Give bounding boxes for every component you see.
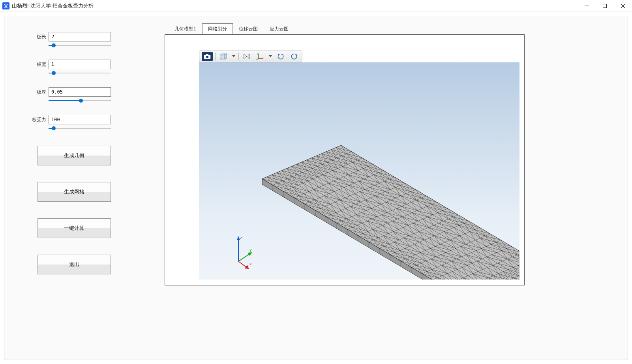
- generate-mesh-button[interactable]: 生成网格: [38, 182, 111, 202]
- rotate-cw-icon[interactable]: [289, 52, 300, 61]
- svg-rect-6: [206, 54, 208, 55]
- app-icon: [2, 2, 9, 9]
- exit-button[interactable]: 退出: [38, 255, 111, 274]
- svg-marker-954: [248, 252, 252, 256]
- param-length-input[interactable]: [49, 32, 111, 41]
- orientation-triad: z y x: [231, 234, 258, 269]
- param-width: 板宽: [32, 60, 123, 74]
- boundingbox-icon[interactable]: [218, 52, 229, 61]
- minimize-button[interactable]: [578, 0, 596, 12]
- triad-z-label: z: [240, 235, 242, 240]
- svg-text:y: y: [257, 53, 259, 55]
- maximize-button[interactable]: [596, 0, 614, 12]
- parameter-panel: 板长 板宽 板厚: [32, 32, 123, 291]
- viewer-toolbar: yx: [199, 51, 302, 62]
- mesh-canvas[interactable]: z y x: [199, 62, 519, 280]
- triad-x-label: x: [249, 261, 252, 266]
- param-width-label: 板宽: [32, 61, 46, 68]
- close-button[interactable]: [614, 0, 632, 12]
- param-thick: 板厚: [32, 87, 123, 101]
- generate-geometry-button[interactable]: 生成几何: [38, 146, 111, 165]
- tab-geometry[interactable]: 几何模型1: [169, 23, 202, 35]
- svg-line-13: [257, 58, 259, 60]
- param-length: 板长: [32, 32, 123, 46]
- svg-rect-1: [603, 4, 607, 8]
- viewer-area: 几何模型1 网格划分 位移云图 应力云图 yx: [165, 23, 530, 285]
- window-title: 山杨烈!-沈阳大学-铝合金板受力分析: [12, 2, 94, 9]
- main-frame: 板长 板宽 板厚: [4, 16, 628, 360]
- boundingbox-dropdown[interactable]: [231, 55, 236, 58]
- param-force: 板受力: [32, 115, 123, 129]
- triad-y-label: y: [249, 247, 252, 252]
- svg-line-953: [238, 253, 250, 261]
- window-controls: [578, 0, 632, 12]
- svg-point-8: [246, 56, 247, 57]
- tab-stress[interactable]: 应力云图: [264, 23, 294, 35]
- svg-point-5: [206, 56, 208, 58]
- param-thick-input[interactable]: [49, 87, 111, 97]
- tabs: 几何模型1 网格划分 位移云图 应力云图: [165, 23, 530, 34]
- calculate-button[interactable]: 一键计算: [38, 218, 111, 238]
- svg-text:x: x: [263, 56, 264, 58]
- param-force-input[interactable]: [49, 115, 111, 124]
- param-length-label: 板长: [32, 34, 46, 40]
- param-force-label: 板受力: [32, 116, 46, 123]
- axes-icon[interactable]: yx: [255, 52, 266, 61]
- tab-mesh[interactable]: 网格划分: [202, 23, 233, 35]
- param-width-slider[interactable]: [49, 72, 111, 74]
- camera-icon[interactable]: [202, 52, 213, 61]
- viewer-frame: yx z y x: [165, 34, 525, 285]
- tab-displacement[interactable]: 位移云图: [233, 23, 264, 35]
- param-thick-label: 板厚: [32, 89, 46, 96]
- param-length-slider[interactable]: [49, 45, 111, 46]
- param-force-slider[interactable]: [49, 128, 111, 129]
- param-width-input[interactable]: [49, 60, 111, 69]
- axes-dropdown[interactable]: [268, 55, 273, 58]
- param-thick-slider[interactable]: [49, 100, 111, 101]
- svg-line-955: [238, 261, 247, 268]
- fit-view-icon[interactable]: [241, 52, 252, 61]
- rotate-ccw-icon[interactable]: [275, 52, 286, 61]
- titlebar: 山杨烈!-沈阳大学-铝合金板受力分析: [0, 0, 632, 12]
- svg-marker-952: [237, 236, 240, 240]
